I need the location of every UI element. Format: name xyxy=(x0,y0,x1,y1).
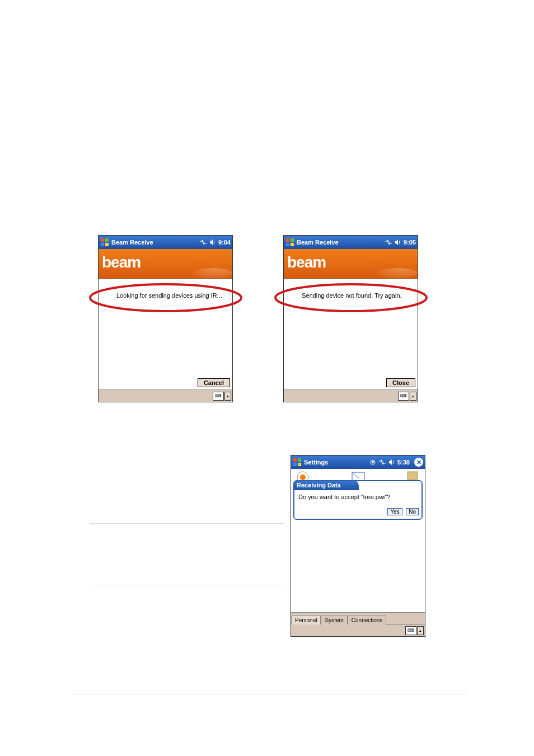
cancel-button[interactable]: Cancel xyxy=(198,378,230,387)
svg-rect-13 xyxy=(298,463,301,466)
svg-rect-3 xyxy=(105,243,109,246)
window-title: Beam Receive xyxy=(297,239,339,246)
dialog-message: Do you want to accept "tree.pwi"? xyxy=(294,490,422,505)
titlebar: Settings 5:38 ✕ xyxy=(291,456,425,469)
status-icons: 9:05 xyxy=(385,239,416,246)
svg-point-17 xyxy=(300,475,306,480)
sip-arrow-icon[interactable]: ▴ xyxy=(410,392,416,401)
clock[interactable]: 5:38 xyxy=(397,459,410,466)
status-message: Looking for sending devices using IR... xyxy=(116,292,227,299)
connectivity-icon[interactable] xyxy=(199,240,207,245)
svg-rect-1 xyxy=(105,238,109,242)
svg-rect-12 xyxy=(293,463,297,466)
no-button[interactable]: No xyxy=(406,508,419,515)
windows-start-icon[interactable] xyxy=(285,238,294,247)
settings-body: Receiving Data Do you want to accept "tr… xyxy=(291,469,425,612)
beam-receive-screenshot-1: Beam Receive 9:04 beam Looking for sendi… xyxy=(98,235,233,402)
bottom-bar: ⌨ ▴ xyxy=(284,389,418,402)
yes-button[interactable]: Yes xyxy=(387,508,402,515)
svg-rect-5 xyxy=(286,238,289,242)
window-title: Beam Receive xyxy=(111,239,153,246)
separator-line xyxy=(90,585,285,585)
svg-rect-6 xyxy=(291,238,294,242)
window-title: Settings xyxy=(304,459,328,466)
bottom-bar: ⌨ ▴ xyxy=(99,389,232,402)
svg-point-14 xyxy=(372,461,374,463)
titlebar: Beam Receive 9:05 xyxy=(284,236,418,249)
tab-connections[interactable]: Connections xyxy=(348,616,387,624)
settings-screenshot: Settings 5:38 ✕ xyxy=(291,455,425,637)
windows-start-icon[interactable] xyxy=(100,238,109,247)
beam-banner: beam xyxy=(99,249,232,279)
separator-line xyxy=(90,523,285,524)
receiving-data-dialog: Receiving Data Do you want to accept "tr… xyxy=(293,480,423,520)
status-message: Sending device not found. Try again. xyxy=(302,292,412,299)
beam-receive-screenshot-2: Beam Receive 9:05 beam Sending device no… xyxy=(283,235,418,402)
speaker-icon[interactable] xyxy=(209,239,216,246)
speaker-icon[interactable] xyxy=(388,459,395,466)
target-icon[interactable] xyxy=(369,459,376,466)
tab-system[interactable]: System xyxy=(321,616,347,624)
footer-separator xyxy=(73,694,467,694)
keyboard-icon[interactable]: ⌨ xyxy=(213,392,224,401)
content-area: Looking for sending devices using IR... … xyxy=(99,279,232,389)
tab-personal[interactable]: Personal xyxy=(291,616,321,624)
tab-bar: Personal System Connections xyxy=(291,612,425,624)
svg-rect-2 xyxy=(101,243,104,246)
windows-start-icon[interactable] xyxy=(293,458,302,467)
svg-rect-19 xyxy=(407,472,418,480)
svg-rect-10 xyxy=(293,458,297,462)
status-icons: 9:04 xyxy=(199,239,231,246)
svg-rect-11 xyxy=(298,458,301,462)
clock[interactable]: 9:04 xyxy=(218,239,231,246)
titlebar: Beam Receive 9:04 xyxy=(99,236,232,249)
sip-arrow-icon[interactable]: ▴ xyxy=(417,626,424,635)
speaker-icon[interactable] xyxy=(395,239,401,246)
close-button[interactable]: Close xyxy=(386,378,415,387)
svg-rect-0 xyxy=(101,238,104,242)
keyboard-icon[interactable]: ⌨ xyxy=(398,392,409,401)
sip-arrow-icon[interactable]: ▴ xyxy=(224,392,231,401)
content-area: Sending device not found. Try again. Clo… xyxy=(284,279,418,389)
clock[interactable]: 9:05 xyxy=(404,239,416,246)
close-icon[interactable]: ✕ xyxy=(414,458,423,467)
dialog-title: Receiving Data xyxy=(293,480,359,490)
svg-rect-8 xyxy=(291,243,294,246)
status-icons: 5:38 ✕ xyxy=(369,458,423,467)
connectivity-icon[interactable] xyxy=(378,459,386,465)
bottom-bar: ⌨ ▴ xyxy=(291,624,425,636)
svg-rect-7 xyxy=(286,243,289,246)
beam-banner: beam xyxy=(284,249,418,279)
connectivity-icon[interactable] xyxy=(385,240,392,245)
keyboard-icon[interactable]: ⌨ xyxy=(405,626,416,635)
